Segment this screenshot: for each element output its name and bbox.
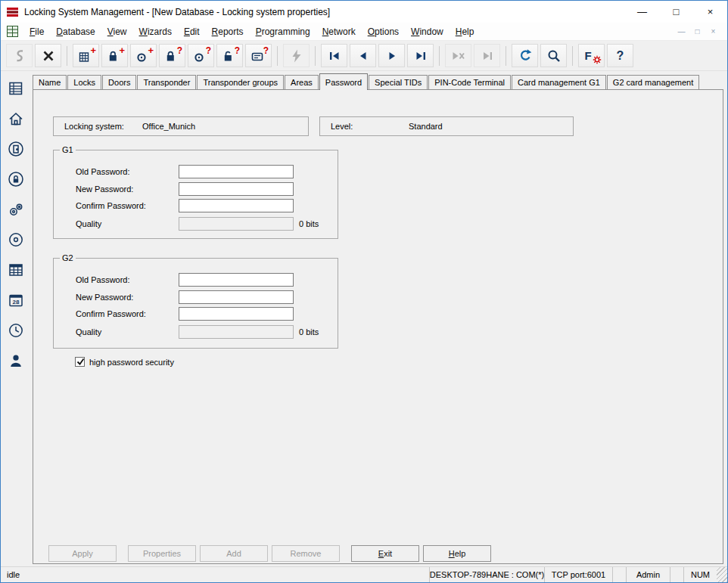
refresh-button[interactable] <box>512 44 538 67</box>
new-locking-system-button[interactable]: + <box>73 44 99 67</box>
matrix-icon <box>8 80 24 97</box>
menu-view[interactable]: View <box>101 24 133 39</box>
level-value: Standard <box>409 122 443 131</box>
g2-new-password-input[interactable] <box>179 290 294 304</box>
door-button[interactable] <box>3 136 29 162</box>
new-transponder-button[interactable]: + <box>130 44 157 67</box>
window-title: Locking System Management - [New Databas… <box>24 7 330 17</box>
tab-transponder[interactable]: Transponder <box>137 75 196 89</box>
status-connection: DESKTOP-789HANE : COM(*) <box>429 567 544 582</box>
first-icon <box>327 48 342 64</box>
tab-pin-code-terminal[interactable]: PIN-Code Terminal <box>428 75 511 89</box>
mdi-close-button[interactable]: × <box>707 27 720 36</box>
next-record-button[interactable] <box>378 44 405 67</box>
home-button[interactable] <box>3 106 29 132</box>
menu-edit[interactable]: Edit <box>178 24 206 39</box>
question-badge: ? <box>235 46 240 55</box>
search-icon <box>546 48 562 64</box>
status-user: Admin <box>626 567 670 582</box>
high-security-checkbox[interactable] <box>75 357 85 367</box>
minimize-button[interactable]: — <box>625 1 659 23</box>
maximize-button[interactable]: □ <box>659 1 693 23</box>
matrix-view-button[interactable] <box>3 76 29 101</box>
help-button[interactable]: ? <box>607 44 633 67</box>
transponder-button[interactable] <box>3 197 29 222</box>
menu-help[interactable]: Help <box>450 24 481 39</box>
g2-legend: G2 <box>60 253 76 262</box>
history-button[interactable] <box>3 318 29 343</box>
apply-button: Apply <box>48 545 117 562</box>
g1-new-password-input[interactable] <box>179 182 294 196</box>
search-button[interactable] <box>540 44 567 67</box>
user-icon <box>8 352 24 369</box>
tab-doors[interactable]: Doors <box>102 75 136 89</box>
g2-old-password-input[interactable] <box>179 273 294 287</box>
tab-g2-card-management[interactable]: G2 card management <box>607 75 699 89</box>
menu-window[interactable]: Window <box>405 24 450 39</box>
tab-areas[interactable]: Areas <box>285 75 319 89</box>
previous-record-button[interactable] <box>350 44 376 67</box>
lightning-icon <box>289 48 304 64</box>
question-badge: ? <box>177 46 182 55</box>
table-view-button[interactable] <box>3 257 29 283</box>
clock-icon <box>8 322 24 339</box>
previous-icon <box>356 48 371 64</box>
locking-system-box: Locking system: Office_Munich <box>53 116 309 136</box>
exit-button[interactable]: Exit <box>351 545 419 562</box>
menu-wizards[interactable]: Wizards <box>133 24 178 39</box>
g2-quality-label: Quality <box>76 327 101 336</box>
first-record-button[interactable] <box>321 44 347 67</box>
transponder-icon <box>8 201 24 218</box>
lock-button[interactable] <box>3 166 29 192</box>
network-button[interactable] <box>3 227 29 253</box>
tab-password[interactable]: Password <box>319 73 368 90</box>
high-security-label: high password security <box>89 358 174 367</box>
read-lock-button[interactable]: ? <box>159 44 185 67</box>
properties-button: Properties <box>128 545 196 562</box>
last-record-button[interactable] <box>407 44 434 67</box>
high-security-row: high password security <box>75 357 174 367</box>
menu-file[interactable]: File <box>23 24 50 39</box>
read-terminal-button[interactable]: ? <box>245 44 272 67</box>
resize-grip[interactable] <box>717 567 727 582</box>
tab-name[interactable]: Name <box>33 75 67 89</box>
g1-group: G1 Old Password: New Password: Confirm P… <box>53 150 338 239</box>
read-lock-2-button[interactable]: ? <box>216 44 243 67</box>
calendar-button[interactable]: 28 <box>3 287 29 313</box>
tab-transponder-groups[interactable]: Transponder groups <box>197 75 284 89</box>
g1-confirm-password-input[interactable] <box>179 199 294 212</box>
question-badge: ? <box>263 46 269 55</box>
help-dialog-button[interactable]: Help <box>423 545 491 562</box>
g1-legend: G1 <box>60 145 76 154</box>
level-label: Level: <box>331 122 353 131</box>
menu-database[interactable]: Database <box>50 24 101 39</box>
lock-icon <box>8 171 24 188</box>
tab-card-management-g1[interactable]: Card management G1 <box>512 75 606 89</box>
g1-confirm-password-label: Confirm Password: <box>76 201 146 210</box>
menu-reports[interactable]: Reports <box>206 24 250 39</box>
g1-old-password-input[interactable] <box>179 165 294 178</box>
user-button[interactable] <box>3 348 29 374</box>
minimize-icon: — <box>637 6 647 17</box>
toolbar-separator <box>315 46 316 66</box>
tab-locks[interactable]: Locks <box>67 75 101 89</box>
filter-settings-button[interactable]: F <box>578 44 605 67</box>
g2-confirm-password-input[interactable] <box>179 307 294 321</box>
disconnect-button[interactable] <box>35 44 61 67</box>
new-lock-button[interactable]: + <box>101 44 128 67</box>
g2-new-password-label: New Password: <box>76 293 133 302</box>
read-transponder-button[interactable]: ? <box>188 44 214 67</box>
remove-button: Remove <box>272 545 340 562</box>
mdi-restore-button[interactable]: □ <box>691 27 704 36</box>
maximize-icon: □ <box>674 6 680 17</box>
status-text: idle <box>1 570 20 579</box>
menu-network[interactable]: Network <box>316 24 362 39</box>
close-button[interactable]: × <box>693 1 727 23</box>
app-window: Locking System Management - [New Databas… <box>0 0 728 583</box>
menu-options[interactable]: Options <box>362 24 405 39</box>
tab-special-tids[interactable]: Special TIDs <box>369 75 428 89</box>
tab-strip: Name Locks Doors Transponder Transponder… <box>33 73 723 89</box>
mdi-minimize-button[interactable]: — <box>675 27 688 36</box>
menu-programming[interactable]: Programming <box>250 24 316 39</box>
status-cell-empty-2 <box>670 567 683 582</box>
